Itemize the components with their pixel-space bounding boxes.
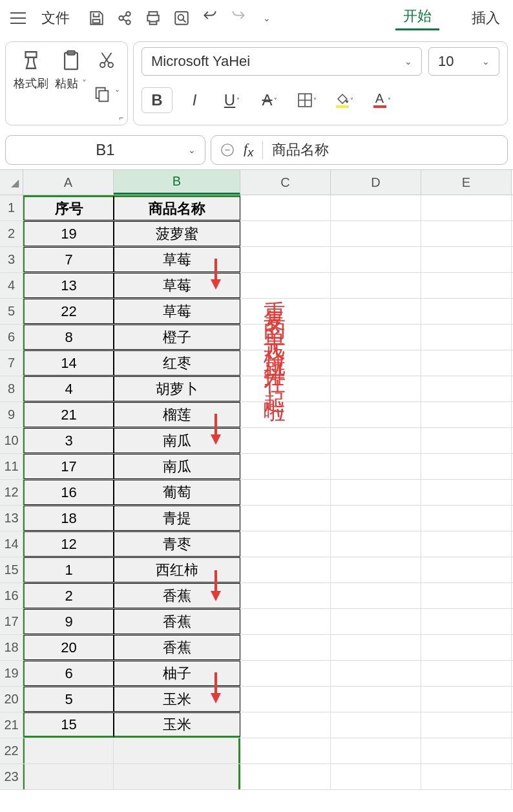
- cell[interactable]: [331, 350, 421, 376]
- cell[interactable]: 玉米: [114, 712, 240, 738]
- cell[interactable]: [23, 764, 114, 789]
- cell[interactable]: [240, 609, 331, 634]
- row-header[interactable]: 12: [0, 480, 23, 505]
- cell[interactable]: 6: [23, 661, 114, 686]
- cell[interactable]: [421, 273, 512, 298]
- cell[interactable]: [331, 247, 421, 272]
- cell[interactable]: [421, 738, 512, 764]
- cell[interactable]: 21: [23, 402, 114, 427]
- cell[interactable]: [331, 661, 421, 686]
- cell[interactable]: [114, 738, 240, 764]
- row-header[interactable]: 19: [0, 661, 23, 686]
- col-header-b[interactable]: B: [114, 170, 240, 195]
- cell[interactable]: [421, 376, 512, 401]
- redo-icon[interactable]: [225, 5, 251, 31]
- cell[interactable]: [421, 402, 512, 427]
- cell[interactable]: [331, 687, 421, 712]
- cell[interactable]: 橙子: [114, 325, 240, 350]
- cell[interactable]: [421, 687, 512, 712]
- cell[interactable]: 3: [23, 428, 114, 453]
- col-header-e[interactable]: E: [421, 170, 512, 195]
- cell[interactable]: [240, 635, 331, 660]
- bold-button[interactable]: B: [141, 87, 173, 113]
- cell[interactable]: 葡萄: [114, 480, 240, 505]
- row-header[interactable]: 21: [0, 712, 23, 738]
- cell[interactable]: [331, 557, 421, 582]
- cell[interactable]: 17: [23, 454, 114, 479]
- cell[interactable]: [331, 712, 421, 738]
- cell[interactable]: [240, 712, 331, 738]
- underline-button[interactable]: U˅: [216, 87, 247, 113]
- cell[interactable]: 2: [23, 583, 114, 608]
- row-header[interactable]: 4: [0, 273, 23, 298]
- cell[interactable]: [240, 454, 331, 479]
- cell[interactable]: [240, 687, 331, 712]
- preview-icon[interactable]: [169, 5, 194, 31]
- hamburger-icon[interactable]: [5, 5, 31, 31]
- cell[interactable]: [421, 299, 512, 324]
- cell[interactable]: [421, 764, 512, 789]
- cell[interactable]: [421, 506, 512, 531]
- cell[interactable]: 14: [23, 350, 114, 376]
- italic-button[interactable]: I: [179, 87, 210, 113]
- row-header[interactable]: 18: [0, 635, 23, 660]
- cell[interactable]: 13: [23, 273, 114, 298]
- cell[interactable]: [240, 480, 331, 505]
- cell[interactable]: 玉米: [114, 687, 240, 712]
- cell[interactable]: 15: [23, 712, 114, 738]
- cell[interactable]: [331, 531, 421, 557]
- cell[interactable]: [331, 221, 421, 246]
- cell[interactable]: [331, 299, 421, 324]
- cell[interactable]: 7: [23, 247, 114, 272]
- cell[interactable]: [421, 635, 512, 660]
- cell[interactable]: 榴莲: [114, 402, 240, 427]
- col-header-c[interactable]: C: [240, 170, 331, 195]
- cell[interactable]: [421, 557, 512, 582]
- cut-icon[interactable]: [94, 47, 120, 73]
- cell[interactable]: 草莓: [114, 273, 240, 298]
- cell[interactable]: [421, 712, 512, 738]
- col-header-a[interactable]: A: [23, 170, 114, 195]
- row-header[interactable]: 6: [0, 325, 23, 350]
- cell[interactable]: 16: [23, 480, 114, 505]
- cell[interactable]: [331, 376, 421, 401]
- cell[interactable]: [240, 506, 331, 531]
- strikethrough-button[interactable]: A˅: [254, 87, 285, 113]
- row-header[interactable]: 7: [0, 350, 23, 376]
- border-button[interactable]: ˅: [291, 87, 322, 113]
- share-icon[interactable]: [112, 5, 138, 31]
- cell[interactable]: [331, 454, 421, 479]
- cell[interactable]: 18: [23, 506, 114, 531]
- print-icon[interactable]: [140, 5, 166, 31]
- row-header[interactable]: 17: [0, 609, 23, 634]
- cell[interactable]: [240, 402, 331, 427]
- font-size-select[interactable]: 10 ⌄: [428, 47, 499, 76]
- menu-file[interactable]: 文件: [34, 8, 78, 28]
- row-header[interactable]: 20: [0, 687, 23, 712]
- cell[interactable]: [240, 557, 331, 582]
- cell[interactable]: [331, 635, 421, 660]
- cell[interactable]: [331, 738, 421, 764]
- cell[interactable]: [240, 661, 331, 686]
- cell[interactable]: 8: [23, 325, 114, 350]
- row-header[interactable]: 3: [0, 247, 23, 272]
- cell[interactable]: [240, 195, 331, 220]
- paste-button[interactable]: 粘贴˅: [55, 47, 87, 91]
- undo-icon[interactable]: [197, 5, 223, 31]
- cell[interactable]: 西红柿: [114, 557, 240, 582]
- row-header[interactable]: 23: [0, 764, 23, 789]
- cell[interactable]: [421, 609, 512, 634]
- cell[interactable]: 商品名称: [114, 195, 240, 220]
- copy-button[interactable]: ˅: [93, 85, 120, 103]
- dropdown-icon[interactable]: ⌄: [254, 5, 280, 31]
- tab-insert[interactable]: 插入: [464, 8, 508, 28]
- cell[interactable]: [331, 480, 421, 505]
- cell[interactable]: [421, 195, 512, 220]
- cell[interactable]: [240, 583, 331, 608]
- select-all-corner[interactable]: ◢: [0, 170, 23, 195]
- cell[interactable]: 5: [23, 687, 114, 712]
- cell[interactable]: [331, 428, 421, 453]
- cell[interactable]: [421, 480, 512, 505]
- format-brush-button[interactable]: 格式刷: [14, 47, 48, 91]
- cell[interactable]: [421, 531, 512, 557]
